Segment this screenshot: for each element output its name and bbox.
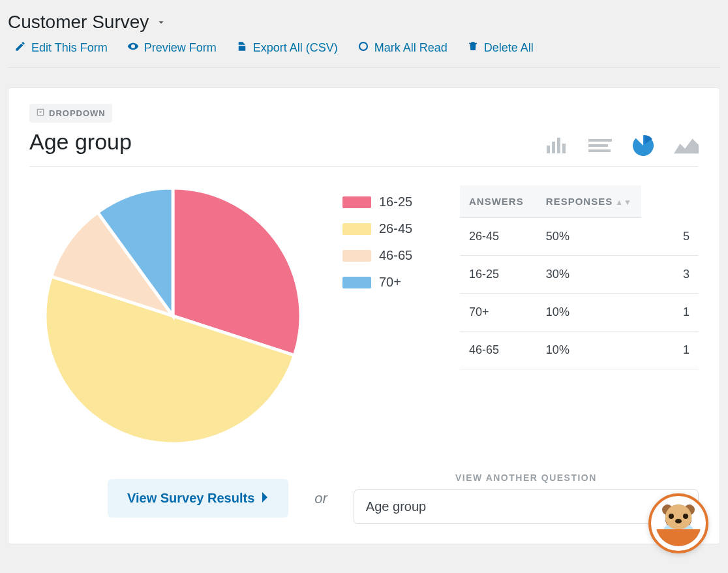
responses-header[interactable]: RESPONSES▲▼ bbox=[537, 185, 641, 218]
chart-legend: 16-2526-4546-6570+ bbox=[342, 185, 434, 302]
legend-item: 70+ bbox=[342, 275, 434, 290]
legend-label: 46-65 bbox=[379, 248, 412, 263]
count-cell: 1 bbox=[641, 332, 699, 369]
view-another-label: VIEW ANOTHER QUESTION bbox=[354, 472, 699, 483]
answer-cell: 70+ bbox=[460, 294, 537, 332]
chevron-right-icon bbox=[261, 491, 269, 506]
pie-chart bbox=[29, 185, 316, 446]
percent-cell: 50% bbox=[537, 218, 641, 256]
edit-form-label: Edit This Form bbox=[31, 41, 108, 55]
svg-rect-7 bbox=[588, 149, 611, 152]
answer-cell: 46-65 bbox=[460, 332, 537, 369]
svg-rect-2 bbox=[552, 142, 555, 153]
edit-form-link[interactable]: Edit This Form bbox=[14, 40, 108, 55]
text-list-icon[interactable] bbox=[588, 136, 613, 155]
question-select-value: Age group bbox=[366, 499, 426, 514]
percent-cell: 10% bbox=[537, 294, 641, 332]
count-cell: 3 bbox=[641, 256, 699, 294]
legend-swatch bbox=[342, 223, 371, 235]
circle-icon bbox=[357, 40, 369, 55]
legend-swatch bbox=[342, 250, 371, 262]
count-cell: 5 bbox=[641, 218, 699, 256]
legend-label: 26-45 bbox=[379, 221, 412, 236]
legend-item: 26-45 bbox=[342, 221, 434, 236]
legend-swatch bbox=[342, 196, 371, 208]
export-csv-link[interactable]: Export All (CSV) bbox=[236, 40, 338, 55]
pie-chart-icon[interactable] bbox=[631, 136, 656, 155]
preview-form-label: Preview Form bbox=[144, 41, 217, 55]
legend-item: 16-25 bbox=[342, 194, 434, 209]
dropdown-icon bbox=[36, 108, 45, 119]
eye-icon bbox=[127, 40, 139, 55]
sort-icon: ▲▼ bbox=[615, 198, 632, 207]
view-mode-switcher bbox=[545, 136, 699, 155]
percent-cell: 10% bbox=[537, 332, 641, 369]
help-mascot-button[interactable] bbox=[648, 493, 708, 553]
preview-form-link[interactable]: Preview Form bbox=[127, 40, 217, 55]
table-row: 26-4550%5 bbox=[460, 218, 699, 256]
export-csv-label: Export All (CSV) bbox=[253, 41, 338, 55]
field-type-label: DROPDOWN bbox=[49, 108, 106, 118]
legend-item: 46-65 bbox=[342, 248, 434, 263]
svg-point-0 bbox=[359, 42, 367, 50]
question-card: DROPDOWN Age group 16-2526-4546-6570+ bbox=[8, 87, 720, 544]
form-title: Customer Survey bbox=[8, 12, 149, 33]
svg-rect-5 bbox=[588, 139, 612, 142]
mascot-icon bbox=[656, 501, 701, 546]
area-chart-icon[interactable] bbox=[674, 136, 699, 155]
svg-rect-6 bbox=[588, 144, 608, 147]
page-title-row[interactable]: Customer Survey bbox=[8, 12, 720, 33]
legend-label: 70+ bbox=[379, 275, 401, 290]
answer-cell: 26-45 bbox=[460, 218, 537, 256]
pencil-icon bbox=[14, 40, 26, 55]
question-title: Age group bbox=[29, 129, 132, 155]
delete-all-link[interactable]: Delete All bbox=[467, 40, 534, 55]
legend-label: 16-25 bbox=[379, 194, 412, 209]
svg-rect-1 bbox=[547, 146, 550, 153]
view-survey-results-button[interactable]: View Survey Results bbox=[108, 479, 288, 518]
export-icon bbox=[236, 40, 248, 55]
count-cell: 1 bbox=[641, 294, 699, 332]
mark-all-read-label: Mark All Read bbox=[374, 41, 447, 55]
chevron-down-icon bbox=[155, 12, 167, 33]
responses-table: ANSWERS RESPONSES▲▼ 26-4550%516-2530%370… bbox=[460, 185, 699, 369]
field-type-badge: DROPDOWN bbox=[29, 104, 112, 123]
form-actions-bar: Edit This Form Preview Form Export All (… bbox=[8, 37, 720, 68]
answers-header[interactable]: ANSWERS bbox=[460, 185, 537, 218]
percent-cell: 30% bbox=[537, 256, 641, 294]
bar-chart-icon[interactable] bbox=[545, 136, 569, 155]
svg-rect-3 bbox=[557, 138, 560, 153]
table-header-row: ANSWERS RESPONSES▲▼ bbox=[460, 185, 699, 218]
table-row: 70+10%1 bbox=[460, 294, 699, 332]
question-select[interactable]: Age group bbox=[354, 489, 699, 524]
legend-swatch bbox=[342, 277, 371, 288]
table-row: 46-6510%1 bbox=[460, 332, 699, 369]
mark-all-read-link[interactable]: Mark All Read bbox=[357, 40, 447, 55]
table-row: 16-2530%3 bbox=[460, 256, 699, 294]
or-separator: or bbox=[314, 490, 327, 507]
trash-icon bbox=[467, 40, 479, 55]
svg-rect-4 bbox=[562, 144, 566, 153]
view-results-label: View Survey Results bbox=[127, 491, 254, 506]
delete-all-label: Delete All bbox=[484, 41, 534, 55]
answer-cell: 16-25 bbox=[460, 256, 537, 294]
